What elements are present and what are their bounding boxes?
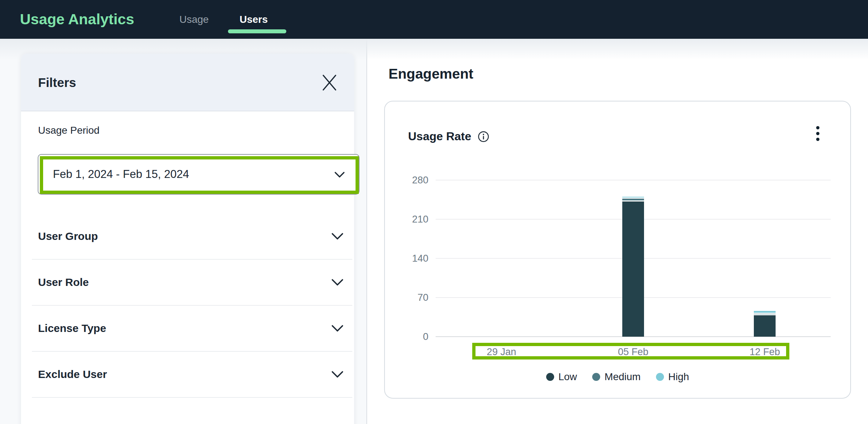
active-tab-underline	[228, 29, 286, 33]
tab-usage[interactable]: Usage	[179, 0, 209, 39]
bar-segment-low	[622, 201, 644, 337]
navbar: Usage Analytics Usage Users	[0, 0, 868, 39]
filter-section-user-role[interactable]: User Role	[32, 259, 352, 305]
y-axis-tick-label: 140	[395, 253, 428, 263]
bar-stack-12-feb	[754, 180, 776, 337]
info-icon[interactable]	[478, 131, 489, 142]
chevron-down-icon	[331, 233, 344, 240]
legend-item-low[interactable]: Low	[546, 371, 577, 383]
chevron-down-icon	[331, 325, 344, 332]
legend-item-high[interactable]: High	[656, 371, 689, 383]
app-title: Usage Analytics	[20, 0, 134, 39]
bar-segment-medium	[754, 314, 776, 315]
usage-rate-card: Usage Rate 070140210280 29 Jan05 Feb12 F…	[384, 101, 851, 399]
y-axis-tick-label: 70	[395, 292, 428, 303]
filter-sections: User GroupUser RoleLicense TypeExclude U…	[32, 213, 352, 398]
legend-label: Medium	[605, 371, 641, 383]
close-filters-button[interactable]	[320, 73, 339, 92]
legend-label: High	[668, 371, 689, 383]
filters-header: Filters	[21, 54, 354, 111]
bar-segment-high	[754, 311, 776, 313]
filter-section-exclude-user[interactable]: Exclude User	[32, 352, 352, 398]
bar-stack-05-feb	[622, 180, 644, 337]
usage-period-label: Usage Period	[38, 125, 100, 136]
filters-title: Filters	[38, 54, 76, 111]
kebab-menu-icon	[816, 126, 819, 129]
legend-dot	[592, 373, 600, 381]
filter-section-user-group[interactable]: User Group	[32, 213, 352, 259]
engagement-heading: Engagement	[389, 66, 473, 82]
chevron-down-icon	[334, 171, 345, 178]
filter-section-license-type[interactable]: License Type	[32, 305, 352, 352]
chevron-down-icon	[331, 279, 344, 286]
x-axis-label: 05 Feb	[604, 346, 662, 358]
bar-segment-high	[622, 197, 644, 198]
usage-rate-chart	[436, 180, 831, 337]
usage-period-value: Feb 1, 2024 - Feb 15, 2024	[53, 155, 189, 194]
filter-section-label: User Group	[38, 230, 98, 242]
x-axis-label: 12 Feb	[736, 346, 794, 358]
filter-section-label: User Role	[38, 276, 89, 288]
filters-panel: Filters Usage Period Feb 1, 2024 - Feb 1…	[21, 54, 354, 424]
bar-stack-29-jan	[491, 180, 512, 337]
filter-section-label: License Type	[38, 322, 106, 334]
bar-segment-low	[754, 315, 776, 337]
legend-dot	[656, 373, 664, 381]
x-axis-label: 29 Jan	[473, 346, 531, 358]
chevron-down-icon	[331, 371, 344, 378]
kebab-menu-button[interactable]	[810, 120, 826, 146]
card-title: Usage Rate	[408, 130, 471, 143]
usage-period-dropdown[interactable]: Feb 1, 2024 - Feb 15, 2024	[38, 154, 360, 195]
close-icon	[322, 74, 337, 91]
panel-divider	[366, 39, 367, 424]
legend-label: Low	[558, 371, 577, 383]
y-axis-tick-label: 0	[395, 332, 428, 342]
legend-item-medium[interactable]: Medium	[592, 371, 641, 383]
y-axis-tick-label: 210	[395, 214, 428, 224]
filter-section-label: Exclude User	[38, 368, 107, 381]
y-axis-tick-label: 280	[395, 175, 428, 185]
legend-dot	[546, 373, 554, 381]
bar-segment-medium	[622, 199, 644, 200]
chart-legend: LowMediumHigh	[385, 371, 850, 383]
